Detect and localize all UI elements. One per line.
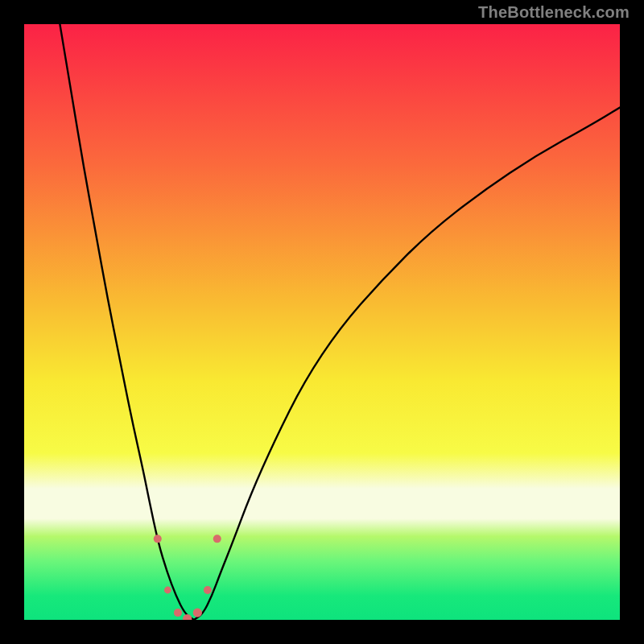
chart-frame: TheBottleneck.com — [0, 0, 644, 644]
marker-point — [164, 587, 171, 594]
plot-area — [24, 24, 620, 620]
marker-point — [204, 586, 212, 594]
marker-point — [174, 609, 182, 617]
bottleneck-chart — [24, 24, 620, 620]
attribution-label: TheBottleneck.com — [478, 3, 630, 22]
marker-point — [193, 609, 202, 617]
marker-point — [213, 535, 221, 543]
marker-point — [154, 535, 162, 543]
gradient-background — [24, 24, 620, 620]
